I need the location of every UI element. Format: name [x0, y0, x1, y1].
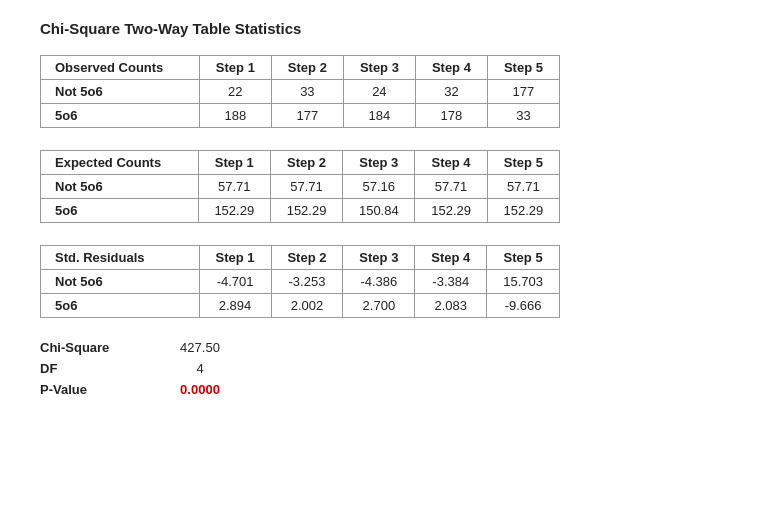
observed-row2-v1: 188 — [199, 104, 271, 128]
df-label: DF — [40, 361, 160, 376]
expected-counts-section: Expected Counts Step 1 Step 2 Step 3 Ste… — [40, 150, 734, 223]
observed-row1-v5: 177 — [487, 80, 559, 104]
observed-col-1: Step 1 — [199, 56, 271, 80]
residuals-col-4: Step 4 — [415, 246, 487, 270]
observed-counts-section: Observed Counts Step 1 Step 2 Step 3 Ste… — [40, 55, 734, 128]
residuals-row1-v2: -3.253 — [271, 270, 343, 294]
expected-header: Expected Counts — [41, 151, 199, 175]
residuals-col-3: Step 3 — [343, 246, 415, 270]
expected-col-5: Step 5 — [487, 151, 559, 175]
residuals-row1-v3: -4.386 — [343, 270, 415, 294]
chi-square-row: Chi-Square 427.50 — [40, 340, 734, 355]
expected-row1-v1: 57.71 — [198, 175, 270, 199]
observed-col-5: Step 5 — [487, 56, 559, 80]
expected-row2-v1: 152.29 — [198, 199, 270, 223]
observed-row1-v3: 24 — [343, 80, 415, 104]
residuals-row2-v1: 2.894 — [199, 294, 271, 318]
table-row: 5o6 2.894 2.002 2.700 2.083 -9.666 — [41, 294, 560, 318]
residuals-table: Std. Residuals Step 1 Step 2 Step 3 Step… — [40, 245, 560, 318]
residuals-col-5: Step 5 — [487, 246, 560, 270]
observed-row2-label: 5o6 — [41, 104, 200, 128]
residuals-row2-v3: 2.700 — [343, 294, 415, 318]
observed-row1-v2: 33 — [271, 80, 343, 104]
observed-col-4: Step 4 — [415, 56, 487, 80]
residuals-row2-v2: 2.002 — [271, 294, 343, 318]
observed-row1-v4: 32 — [415, 80, 487, 104]
residuals-col-2: Step 2 — [271, 246, 343, 270]
chi-square-label: Chi-Square — [40, 340, 160, 355]
observed-header: Observed Counts — [41, 56, 200, 80]
expected-row2-v2: 152.29 — [270, 199, 342, 223]
expected-col-1: Step 1 — [198, 151, 270, 175]
residuals-section: Std. Residuals Step 1 Step 2 Step 3 Step… — [40, 245, 734, 318]
summary-stats: Chi-Square 427.50 DF 4 P-Value 0.0000 — [40, 340, 734, 397]
observed-row2-v3: 184 — [343, 104, 415, 128]
observed-col-3: Step 3 — [343, 56, 415, 80]
df-value: 4 — [160, 361, 240, 376]
expected-row2-v4: 152.29 — [415, 199, 487, 223]
expected-row1-v5: 57.71 — [487, 175, 559, 199]
table-row: Not 5o6 57.71 57.71 57.16 57.71 57.71 — [41, 175, 560, 199]
observed-col-2: Step 2 — [271, 56, 343, 80]
residuals-col-1: Step 1 — [199, 246, 271, 270]
observed-row2-v4: 178 — [415, 104, 487, 128]
expected-col-4: Step 4 — [415, 151, 487, 175]
residuals-header: Std. Residuals — [41, 246, 200, 270]
pvalue-label: P-Value — [40, 382, 160, 397]
residuals-row2-v5: -9.666 — [487, 294, 560, 318]
pvalue-row: P-Value 0.0000 — [40, 382, 734, 397]
expected-row1-v2: 57.71 — [270, 175, 342, 199]
expected-row1-label: Not 5o6 — [41, 175, 199, 199]
table-row: 5o6 152.29 152.29 150.84 152.29 152.29 — [41, 199, 560, 223]
pvalue-value: 0.0000 — [160, 382, 240, 397]
residuals-row1-v1: -4.701 — [199, 270, 271, 294]
residuals-row1-label: Not 5o6 — [41, 270, 200, 294]
observed-row2-v2: 177 — [271, 104, 343, 128]
expected-row2-label: 5o6 — [41, 199, 199, 223]
expected-counts-table: Expected Counts Step 1 Step 2 Step 3 Ste… — [40, 150, 560, 223]
chi-square-value: 427.50 — [160, 340, 240, 355]
expected-col-3: Step 3 — [343, 151, 415, 175]
table-row: Not 5o6 22 33 24 32 177 — [41, 80, 560, 104]
residuals-row2-v4: 2.083 — [415, 294, 487, 318]
expected-row2-v5: 152.29 — [487, 199, 559, 223]
expected-col-2: Step 2 — [270, 151, 342, 175]
residuals-row1-v4: -3.384 — [415, 270, 487, 294]
residuals-row2-label: 5o6 — [41, 294, 200, 318]
observed-row2-v5: 33 — [487, 104, 559, 128]
expected-row1-v4: 57.71 — [415, 175, 487, 199]
observed-row1-label: Not 5o6 — [41, 80, 200, 104]
page-title: Chi-Square Two-Way Table Statistics — [40, 20, 734, 37]
observed-counts-table: Observed Counts Step 1 Step 2 Step 3 Ste… — [40, 55, 560, 128]
table-row: 5o6 188 177 184 178 33 — [41, 104, 560, 128]
expected-row1-v3: 57.16 — [343, 175, 415, 199]
observed-row1-v1: 22 — [199, 80, 271, 104]
residuals-row1-v5: 15.703 — [487, 270, 560, 294]
table-row: Not 5o6 -4.701 -3.253 -4.386 -3.384 15.7… — [41, 270, 560, 294]
df-row: DF 4 — [40, 361, 734, 376]
expected-row2-v3: 150.84 — [343, 199, 415, 223]
